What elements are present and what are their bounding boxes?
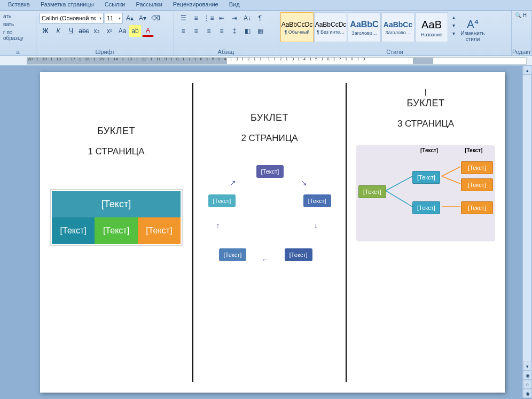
tab-references[interactable]: Ссылки: [99, 0, 131, 10]
browse-object-button[interactable]: ○: [523, 380, 532, 389]
column-2: БУКЛЕТ 2 СТРАНИЦА [Текст] [Текст] [Текст…: [193, 72, 346, 393]
prev-page-button[interactable]: ◉: [523, 371, 532, 380]
outdent-icon: ⇤: [219, 14, 224, 22]
eraser-icon: ⌫: [151, 14, 160, 22]
arrow-icon: ↗: [230, 178, 236, 187]
borders-button[interactable]: ▦: [254, 25, 266, 37]
borders-icon: ▦: [257, 27, 263, 35]
smartart-hierarchy[interactable]: [Текст] [Текст] [Текст] [Текст]: [50, 189, 183, 246]
font-name-combo[interactable]: Calibri (Основной тє▾: [40, 13, 104, 24]
strike-button[interactable]: abє: [78, 25, 90, 37]
smartart-cycle[interactable]: [Текст] [Текст] [Текст] [Текст] [Текст] …: [208, 165, 331, 267]
org-root[interactable]: [Текст]: [358, 185, 386, 198]
find-icon: 🔍: [515, 12, 521, 18]
tab-view[interactable]: Вид: [224, 0, 245, 10]
align-center-button[interactable]: ≡: [190, 25, 202, 37]
style-item[interactable]: AaBbCcDc¶ Обычный: [280, 12, 314, 42]
styles-gallery[interactable]: AaBbCcDc¶ ОбычныйAaBbCcDc¶ Без инте…AaBb…: [280, 12, 448, 47]
clear-format-button[interactable]: ⌫: [150, 12, 161, 24]
col2-subtitle: 2 СТРАНИЦА: [203, 133, 336, 144]
scroll-up-button[interactable]: ▴: [523, 66, 532, 75]
sm1-cell-1[interactable]: [Текст]: [52, 217, 95, 244]
align-left-button[interactable]: ≡: [177, 25, 189, 37]
col2-title: БУКЛЕТ: [203, 112, 336, 123]
tab-page-layout[interactable]: Разметка страницы: [35, 0, 99, 10]
document-area[interactable]: БУКЛЕТ 1 СТРАНИЦА [Текст] [Текст] [Текст…: [0, 66, 532, 399]
font-color-button[interactable]: A: [142, 25, 154, 37]
pilcrow-icon: ¶: [259, 14, 262, 22]
subscript-button[interactable]: x₂: [91, 25, 103, 37]
cycle-node-5[interactable]: [Текст]: [208, 194, 236, 207]
col1-title: БУКЛЕТ: [50, 126, 183, 137]
bullets-button[interactable]: ☰: [177, 12, 189, 24]
org-leaf-2[interactable]: [Текст]: [461, 178, 493, 191]
sm1-cell-3[interactable]: [Текст]: [138, 217, 181, 244]
tab-review[interactable]: Рецензирование: [168, 0, 224, 10]
org-mid-2[interactable]: [Текст]: [412, 201, 440, 214]
align-left-icon: ≡: [181, 27, 185, 35]
page[interactable]: БУКЛЕТ 1 СТРАНИЦА [Текст] [Текст] [Текст…: [40, 72, 505, 393]
shrink-font-button[interactable]: A▾: [137, 12, 148, 24]
org-mid-1[interactable]: [Текст]: [412, 171, 440, 184]
col3-title: БУКЛЕТ: [356, 98, 495, 109]
bullets-icon: ☰: [181, 14, 186, 22]
format-painter[interactable]: г по образцу: [3, 29, 33, 41]
font-size-combo[interactable]: 11▾: [105, 13, 123, 24]
multilevel-icon: ⋮≡: [204, 14, 214, 22]
tab-mailings[interactable]: Рассылки: [130, 0, 167, 10]
numbering-button[interactable]: ≡: [190, 12, 202, 24]
vertical-scrollbar[interactable]: ▴ ▾ ◉ ○ ◉: [522, 66, 531, 398]
cut-partial[interactable]: ать: [3, 13, 11, 19]
grow-font-button[interactable]: A▴: [124, 12, 136, 24]
tab-insert[interactable]: Вставка: [3, 0, 35, 10]
line-spacing-button[interactable]: ‡: [229, 25, 240, 37]
change-styles-icon: A⁴: [467, 18, 478, 30]
sm1-header[interactable]: [Текст]: [52, 191, 181, 217]
multilevel-button[interactable]: ⋮≡: [203, 12, 215, 24]
align-right-button[interactable]: ≡: [203, 25, 215, 37]
justify-button[interactable]: ≡: [216, 25, 228, 37]
org-leaf-3[interactable]: [Текст]: [461, 201, 493, 214]
cycle-node-2[interactable]: [Текст]: [303, 194, 331, 207]
highlight-button[interactable]: ab: [129, 25, 141, 37]
spacing-icon: ‡: [233, 27, 237, 35]
bold-button[interactable]: Ж: [40, 25, 51, 37]
ribbon-tabs: Вставка Разметка страницы Ссылки Рассылк…: [0, 0, 532, 11]
justify-icon: ≡: [220, 27, 223, 35]
indent-button[interactable]: ⇥: [229, 12, 240, 24]
horizontal-ruler[interactable]: 20 · 1 · 19 · 1 · 18 · 1 · 17 · 1 · 16 ·…: [0, 56, 532, 66]
style-item[interactable]: AaBbCcDc¶ Без инте…: [314, 12, 347, 42]
clipboard-label: а: [0, 49, 36, 55]
show-marks-button[interactable]: ¶: [254, 12, 266, 24]
change-case-button[interactable]: Aa: [116, 25, 128, 37]
find-button[interactable]: 🔍 Н: [515, 12, 528, 18]
shading-button[interactable]: ◧: [241, 25, 253, 37]
svg-line-3: [442, 176, 460, 184]
ruler-numbers: 20 · 1 · 19 · 1 · 18 · 1 · 17 · 1 · 16 ·…: [0, 57, 532, 61]
change-styles-button[interactable]: A⁴ Изменить стили: [457, 12, 489, 47]
superscript-button[interactable]: x²: [104, 25, 115, 37]
styles-group-label: Стили: [278, 49, 511, 55]
arrow-icon: ↘: [301, 178, 307, 187]
sm1-cell-2[interactable]: [Текст]: [95, 217, 137, 244]
style-item[interactable]: AaBbCcЗаголово…: [381, 12, 414, 42]
font-group: Calibri (Основной тє▾ 11▾ A▴ A▾ ⌫ Ж К Ч …: [36, 11, 174, 56]
org-leaf-1[interactable]: [Текст]: [461, 161, 493, 174]
next-page-button[interactable]: ◉: [523, 389, 532, 398]
style-item[interactable]: AaBbCЗаголово…: [348, 12, 381, 42]
smartart-org[interactable]: [Текст][Текст] [Текст] [Текст] [Текст] […: [356, 145, 495, 241]
align-center-icon: ≡: [194, 27, 198, 35]
svg-line-1: [386, 191, 412, 207]
italic-button[interactable]: К: [52, 25, 64, 37]
style-item[interactable]: АаВНазвание: [415, 12, 448, 42]
scroll-down-button[interactable]: ▾: [523, 362, 532, 371]
underline-button[interactable]: Ч: [65, 25, 77, 37]
outdent-button[interactable]: ⇤: [216, 12, 228, 24]
col1-subtitle: 1 СТРАНИЦА: [50, 146, 183, 157]
cycle-node-1[interactable]: [Текст]: [256, 165, 284, 178]
cycle-node-3[interactable]: [Текст]: [285, 248, 312, 261]
sort-button[interactable]: A↓: [241, 12, 253, 24]
cycle-node-4[interactable]: [Текст]: [219, 248, 247, 261]
copy-partial[interactable]: вать: [3, 21, 14, 27]
arrow-icon: ↑: [216, 221, 220, 230]
